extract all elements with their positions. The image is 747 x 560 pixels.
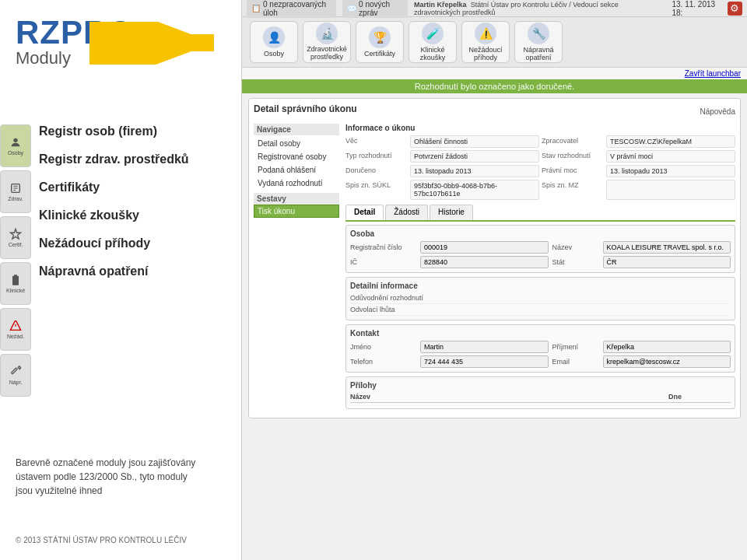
reg-cislo-value: 000019 [420,241,549,254]
sidebar-icon-1[interactable]: Zdrav. [0,170,31,213]
doruceno-value: 13. listopadu 2013 [410,165,539,177]
sidebar-icon-5[interactable]: Nápr. [0,354,31,397]
menu-item-5[interactable]: Nápravná opatření [39,264,233,278]
menu-item-3[interactable]: Klinické zkoušky [39,208,233,222]
arrow-decoration [89,22,233,67]
spis-sukl-label: Spis zn. SÚKL [345,180,408,200]
nazev-label: Název [552,243,599,251]
nav-certifikaty-label: Certifikáty [364,50,395,58]
nav-certifikaty[interactable]: 🏆 Certifikáty [356,21,404,63]
messages-count: 0 nových zpráv [359,0,403,17]
close-launcher-bar: Zavřít launchbar [242,68,747,79]
left-panel: RZPRO Moduly Osoby Zdrav. Certif. [0,0,241,560]
vec-value: Ohlášení činnosti [410,135,539,148]
menu-item-4[interactable]: Nežádoucí příhody [39,236,233,250]
sidebar-icons: Osoby Zdrav. Certif. Klinické Nežád. Náp… [0,124,35,400]
sidebar-icon-2[interactable]: Certif. [0,216,31,259]
nav-napravna[interactable]: 🔧 Nápravná opatření [514,21,563,63]
zpracovatel-value: TESCOSW.CZ\KřepelkaM [606,135,735,148]
menu-item-1[interactable]: Registr zdrav. prostředků [39,152,233,166]
stav-label: Stav rozhodnutí [542,150,604,163]
stat-value: ČR [603,256,731,268]
zdravotnicke-icon: 🔬 [316,23,338,44]
tabs-bar: Detail Žádosti Historie [345,205,735,222]
spis-mz-label: Spis zn. MZ [542,180,604,200]
nav-klinicke-label: Klinické zkoušky [409,46,456,61]
menu-item-0[interactable]: Registr osob (firem) [39,124,233,138]
nav-osoby[interactable]: 👤 Osoby [250,21,298,63]
user-info: Martin Křepelka Státní Ústav pro Kontrol… [414,1,665,16]
nezadouci-icon: ⚠️ [475,23,496,44]
napravna-icon: 🔧 [528,23,549,44]
help-link[interactable]: Nápověda [700,107,735,116]
nav-vydana-rozhodnutí[interactable]: Vydaná rozhodnutí [254,177,339,190]
nav-zdravotnicke-label: Zdravotnické prostředky [303,46,350,61]
detail-card: Detail správního úkonu Nápověda Navigace… [248,98,741,418]
nav-registrovane-osoby[interactable]: Registrované osoby [254,150,339,163]
card-title: Detail správního úkonu [254,103,357,114]
nav-nezadouci[interactable]: ⚠️ Nežádoucí příhody [461,21,510,63]
odvolaci-row: Odvolací lhůta [350,304,731,316]
detailni-informace-section: Detailní informace Odůvodnění rozhodnutí… [345,277,735,320]
ic-value: 828840 [420,256,549,268]
prijmeni-value: Křepelka [603,341,731,353]
informace-title: Informace o úkonu [345,124,735,132]
tab-zadosti[interactable]: Žádosti [385,205,428,220]
tasks-indicator[interactable]: 📋 0 nezpracovaných úloh [247,0,336,18]
email-label: Email [552,358,599,366]
osoba-title: Osoba [350,229,731,238]
kontakt-section: Kontakt Jméno Martin Příjmení Křepelka T… [345,324,735,373]
zpracovatel-label: Zpracovatel [542,135,604,148]
footer-text: Barevně označené moduly jsou zajišťovány… [16,456,233,498]
top-bar: 📋 0 nezpracovaných úloh ✉️ 0 nových zprá… [242,0,747,17]
telefon-label: Telefon [350,358,416,366]
informace-grid: Věc Ohlášení činnosti Zpracovatel TESCOS… [345,135,735,200]
main-content: Detail správního úkonu Nápověda Navigace… [242,93,747,558]
right-panel: 📋 0 nezpracovaných úloh ✉️ 0 nových zprá… [241,0,747,560]
date-display: 13. 11. 2013 18: [672,0,721,17]
informace-section: Informace o úkonu Věc Ohlášení činnosti … [345,124,735,200]
tab-historie[interactable]: Historie [430,205,473,220]
certifikaty-icon: 🏆 [369,26,391,48]
typ-label: Typ rozhodnutí [345,150,408,163]
tab-detail[interactable]: Detail [345,205,384,220]
nav-sestavy-section: Sestavy [254,193,339,205]
messages-indicator[interactable]: ✉️ 0 nových zpráv [342,0,408,18]
settings-button[interactable]: ⚙ [728,2,742,16]
svg-point-1 [13,138,17,142]
nav-sidebar: Navigace Detail osoby Registrované osoby… [254,124,339,413]
jmeno-value: Martin [420,341,549,353]
prijmeni-label: Příjmení [552,343,599,351]
notification-bar: Rozhodnutí bylo označeno jako doručené. [242,79,747,93]
prilohy-section: Přílohy Název Dne [345,376,735,409]
email-value: krepelkam@tescosw.cz [603,355,731,368]
sidebar-icon-3[interactable]: Klinické [0,262,31,305]
tasks-count: 0 nezpracovaných úloh [263,0,331,17]
nav-detail-osoby[interactable]: Detail osoby [254,137,339,150]
jmeno-label: Jméno [350,343,416,351]
menu-item-2[interactable]: Certifikáty [39,180,233,194]
stat-label: Stát [552,258,599,266]
nav-sidebar-title: Navigace [254,124,339,135]
kontakt-grid: Jméno Martin Příjmení Křepelka Telefon 7… [350,341,731,368]
detail-main: Informace o úkonu Věc Ohlášení činnosti … [345,124,735,413]
nav-podana-ohlaseni[interactable]: Podaná ohlášení [254,163,339,177]
nav-klinicke[interactable]: 🧪 Klinické zkoušky [409,21,457,63]
telefon-value: 724 444 435 [420,355,549,368]
typ-value: Potvrzení žádosti [410,150,539,163]
nav-tisk-ukonu[interactable]: Tisk úkonu [254,205,339,218]
menu-items: Registr osob (firem) Registr zdrav. pros… [39,124,233,292]
stav-value: V právní moci [606,150,735,163]
sidebar-icon-0[interactable]: Osoby [0,124,31,167]
nav-napravna-label: Nápravná opatření [515,46,562,61]
spis-sukl-value: 95f3bf30-0bb9-4068-b7b6-57bc107b611e [410,180,539,200]
nav-zdravotnicke[interactable]: 🔬 Zdravotnické prostředky [303,21,351,63]
prilohy-col-dne: Dne [668,393,731,401]
osoba-grid: Registrační číslo 000019 Název KOALA LEI… [350,241,731,268]
close-launcher-link[interactable]: Zavřít launchbar [685,69,741,78]
nav-bar: 👤 Osoby 🔬 Zdravotnické prostředky 🏆 Cert… [242,17,747,68]
detail-layout: Navigace Detail osoby Registrované osoby… [254,124,735,413]
nav-osoby-label: Osoby [264,50,284,58]
sidebar-icon-4[interactable]: Nežád. [0,308,31,351]
reg-cislo-label: Registrační číslo [350,243,416,251]
